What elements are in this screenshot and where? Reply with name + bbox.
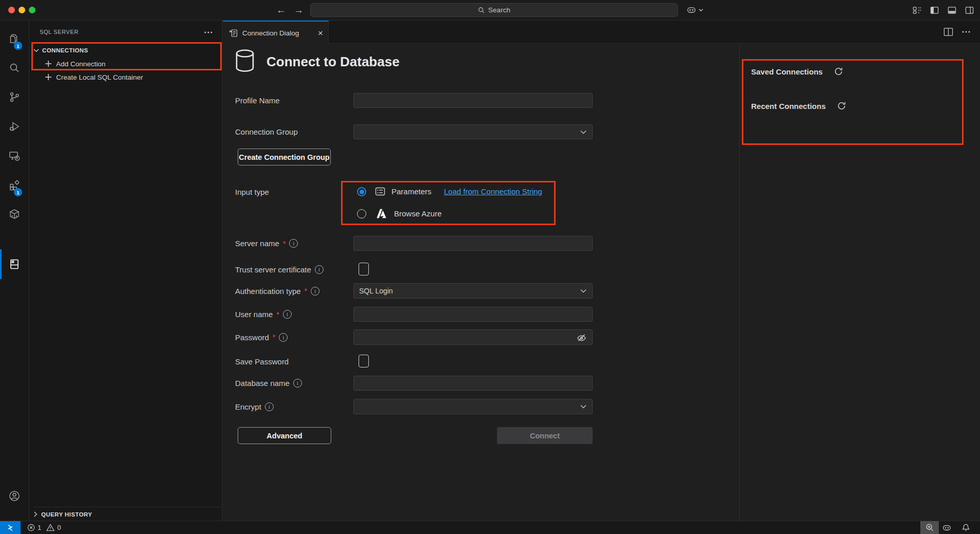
error-icon <box>27 524 35 531</box>
trust-server-certificate-label: Trust server certificate <box>235 262 324 277</box>
tab-connection-dialog[interactable]: Connection Dialog × <box>223 21 329 44</box>
warning-count: 0 <box>57 524 61 531</box>
connection-dialog-icon <box>229 28 238 38</box>
window-minimize-button[interactable] <box>19 7 25 13</box>
query-history-label: QUERY HISTORY <box>41 511 92 518</box>
password-label: Password* <box>235 329 288 345</box>
recent-connections-section: Recent Connections <box>751 101 846 111</box>
connection-group-label: Connection Group <box>235 124 298 139</box>
sidebar-item-add-connection[interactable]: Add Connection <box>45 57 220 70</box>
profile-name-input[interactable] <box>353 93 593 108</box>
plus-icon <box>45 73 52 81</box>
window-zoom-button[interactable] <box>29 7 35 13</box>
user-name-input[interactable] <box>353 307 593 322</box>
save-password-checkbox[interactable] <box>359 355 369 367</box>
container-tools-icon[interactable] <box>8 208 21 220</box>
window-close-button[interactable] <box>8 7 15 13</box>
connection-group-dropdown[interactable] <box>353 124 593 139</box>
required-marker: * <box>283 240 286 248</box>
refresh-icon[interactable] <box>834 67 843 76</box>
toggle-panel-icon[interactable] <box>948 6 956 14</box>
chevron-down-icon <box>699 8 703 12</box>
explorer-badge: 1 <box>14 42 22 50</box>
authentication-type-dropdown[interactable]: SQL Login <box>353 283 593 299</box>
sidebar-title: SQL SERVER <box>40 29 79 35</box>
sidebar-more-actions-icon[interactable] <box>203 28 213 37</box>
password-input[interactable] <box>353 329 593 345</box>
chevron-down-icon <box>580 289 586 293</box>
trust-server-certificate-checkbox[interactable] <box>359 263 369 275</box>
chevron-down-icon <box>33 48 39 52</box>
browse-azure-radio-label[interactable]: Browse Azure <box>394 209 442 218</box>
encrypt-dropdown[interactable] <box>353 399 593 414</box>
copilot-menu[interactable] <box>686 5 703 15</box>
problems-status-item[interactable]: 1 0 <box>27 521 61 534</box>
info-icon[interactable] <box>311 287 319 296</box>
run-debug-icon[interactable] <box>8 120 21 133</box>
tab-title: Connection Dialog <box>242 29 314 37</box>
connections-section-header[interactable]: CONNECTIONS <box>33 44 219 57</box>
source-control-icon[interactable] <box>8 91 21 103</box>
create-connection-group-button[interactable]: Create Connection Group <box>238 149 331 165</box>
database-icon <box>235 49 255 73</box>
azure-icon <box>375 207 388 220</box>
database-name-label: Database name <box>235 376 302 391</box>
info-icon[interactable] <box>279 333 288 342</box>
editor-more-actions-icon[interactable] <box>961 29 971 35</box>
parameters-icon <box>375 187 385 196</box>
command-center-search[interactable]: Search <box>310 3 678 17</box>
panel-divider <box>739 44 740 521</box>
connections-section-label: CONNECTIONS <box>42 47 88 53</box>
parameters-radio-label[interactable]: Parameters <box>391 187 432 196</box>
database-name-input[interactable] <box>353 376 593 391</box>
customize-layout-icon[interactable] <box>913 6 921 14</box>
page-title: Connect to Database <box>266 54 400 70</box>
input-type-label: Input type <box>235 185 269 199</box>
error-count: 1 <box>38 524 41 531</box>
advanced-button[interactable]: Advanced <box>238 427 331 444</box>
primary-sidebar: SQL SERVER CONNECTIONS Add Connection Cr… <box>29 21 222 521</box>
connect-button[interactable]: Connect <box>497 427 593 444</box>
back-arrow-icon[interactable]: ← <box>276 5 286 15</box>
search-view-icon[interactable] <box>8 62 21 74</box>
chevron-right-icon <box>33 511 38 517</box>
sql-server-view-icon[interactable] <box>8 258 21 270</box>
required-marker: * <box>305 287 307 295</box>
info-icon[interactable] <box>283 310 292 319</box>
zoom-status-item[interactable] <box>920 521 939 534</box>
query-history-section-header[interactable]: QUERY HISTORY <box>33 507 222 521</box>
split-editor-icon[interactable] <box>943 27 953 36</box>
required-marker: * <box>273 333 275 341</box>
sidebar-item-create-local-sql-container[interactable]: Create Local SQL Container <box>45 70 220 84</box>
forward-arrow-icon[interactable]: → <box>294 5 304 15</box>
authentication-type-label: Authentication type* <box>235 283 319 299</box>
parameters-radio[interactable] <box>357 187 366 196</box>
info-icon[interactable] <box>315 265 324 274</box>
browse-azure-radio[interactable] <box>357 209 366 218</box>
toggle-secondary-sidebar-icon[interactable] <box>965 6 974 14</box>
activity-bar: 1 <box>0 21 29 521</box>
tab-close-icon[interactable]: × <box>318 29 323 38</box>
user-name-label: User name* <box>235 307 292 322</box>
remote-explorer-icon[interactable] <box>8 150 21 162</box>
search-label: Search <box>488 6 510 14</box>
extensions-badge: 1 <box>14 188 22 196</box>
notifications-bell-icon[interactable] <box>961 523 970 532</box>
plus-icon <box>45 60 52 67</box>
refresh-icon[interactable] <box>837 101 846 111</box>
info-icon[interactable] <box>265 402 274 411</box>
server-name-input[interactable] <box>353 236 593 251</box>
saved-connections-section: Saved Connections <box>751 67 843 76</box>
saved-connections-title: Saved Connections <box>751 67 823 76</box>
info-icon[interactable] <box>293 379 302 388</box>
remote-indicator[interactable] <box>0 521 21 534</box>
info-icon[interactable] <box>289 239 298 248</box>
eye-off-icon[interactable] <box>576 332 587 342</box>
load-from-connection-string-link[interactable]: Load from Connection String <box>444 187 542 196</box>
copilot-status-icon[interactable] <box>942 523 952 532</box>
toggle-primary-sidebar-icon[interactable] <box>930 6 939 14</box>
warning-icon <box>46 524 55 531</box>
editor-tab-bar <box>223 21 980 44</box>
save-password-label: Save Password <box>235 354 289 369</box>
accounts-icon[interactable] <box>8 490 21 502</box>
